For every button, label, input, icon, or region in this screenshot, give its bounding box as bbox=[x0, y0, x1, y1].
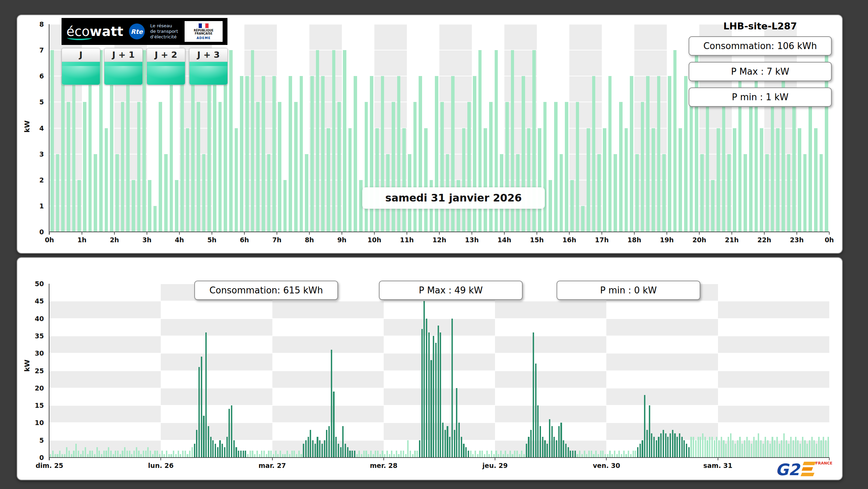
power-bar[interactable] bbox=[396, 451, 397, 458]
power-bar[interactable] bbox=[157, 451, 158, 458]
power-bar[interactable] bbox=[402, 128, 406, 232]
power-bar[interactable] bbox=[85, 447, 86, 458]
power-bar[interactable] bbox=[741, 444, 743, 458]
power-bar[interactable] bbox=[67, 102, 70, 232]
power-bar[interactable] bbox=[233, 440, 235, 458]
power-bar[interactable] bbox=[462, 128, 466, 232]
power-bar[interactable] bbox=[698, 437, 699, 458]
power-bar[interactable] bbox=[332, 50, 336, 232]
power-bar[interactable] bbox=[553, 437, 555, 458]
power-bar[interactable] bbox=[653, 437, 655, 458]
power-bar[interactable] bbox=[333, 392, 334, 458]
power-bar[interactable] bbox=[315, 444, 316, 458]
power-bar[interactable] bbox=[667, 437, 669, 458]
power-bar[interactable] bbox=[760, 128, 763, 232]
power-bar[interactable] bbox=[663, 430, 664, 458]
power-bar[interactable] bbox=[414, 451, 416, 458]
power-bar[interactable] bbox=[283, 180, 287, 232]
power-bar[interactable] bbox=[795, 437, 796, 458]
power-bar[interactable] bbox=[681, 437, 683, 458]
power-bar[interactable] bbox=[413, 102, 417, 232]
power-bar[interactable] bbox=[684, 76, 688, 232]
power-bar[interactable] bbox=[530, 430, 532, 458]
power-bar[interactable] bbox=[707, 440, 708, 458]
power-bar[interactable] bbox=[231, 405, 232, 458]
power-bar[interactable] bbox=[400, 451, 402, 458]
power-bar[interactable] bbox=[690, 437, 692, 458]
power-bar[interactable] bbox=[781, 440, 782, 458]
power-bar[interactable] bbox=[537, 405, 539, 458]
power-bar[interactable] bbox=[327, 128, 330, 232]
power-bar[interactable] bbox=[763, 444, 764, 458]
power-bar[interactable] bbox=[668, 76, 671, 232]
power-bar[interactable] bbox=[321, 444, 323, 458]
power-bar[interactable] bbox=[584, 451, 585, 458]
power-bar[interactable] bbox=[354, 451, 355, 458]
power-bar[interactable] bbox=[256, 102, 260, 232]
power-bar[interactable] bbox=[563, 440, 564, 458]
power-bar[interactable] bbox=[238, 451, 239, 458]
power-bar[interactable] bbox=[619, 102, 623, 232]
power-bar[interactable] bbox=[345, 444, 346, 458]
power-bar[interactable] bbox=[201, 357, 202, 458]
power-bar[interactable] bbox=[310, 430, 311, 458]
power-bar[interactable] bbox=[652, 128, 655, 232]
power-bar[interactable] bbox=[825, 440, 827, 458]
power-bar[interactable] bbox=[428, 332, 430, 458]
power-bar[interactable] bbox=[215, 444, 216, 458]
power-bar[interactable] bbox=[597, 154, 601, 232]
power-bar[interactable] bbox=[470, 451, 472, 458]
power-bar[interactable] bbox=[438, 326, 439, 458]
power-bar[interactable] bbox=[243, 451, 244, 458]
power-bar[interactable] bbox=[136, 447, 137, 458]
power-bar[interactable] bbox=[293, 451, 295, 458]
power-bar[interactable] bbox=[783, 433, 785, 458]
power-bar[interactable] bbox=[363, 451, 365, 458]
power-bar[interactable] bbox=[635, 451, 636, 458]
power-bar[interactable] bbox=[683, 440, 685, 458]
power-bar[interactable] bbox=[407, 440, 409, 458]
power-bar[interactable] bbox=[175, 180, 178, 232]
power-bar[interactable] bbox=[208, 426, 209, 458]
power-bar[interactable] bbox=[603, 128, 606, 232]
power-bar[interactable] bbox=[806, 444, 808, 458]
forecast-tab-j3[interactable]: J + 3 bbox=[189, 48, 228, 85]
power-bar[interactable] bbox=[714, 440, 715, 458]
forecast-tab-j1[interactable]: J + 1 bbox=[104, 48, 143, 85]
power-bar[interactable] bbox=[424, 128, 428, 232]
power-bar[interactable] bbox=[644, 395, 645, 458]
power-bar[interactable] bbox=[182, 451, 184, 458]
power-bar[interactable] bbox=[814, 128, 818, 232]
power-bar[interactable] bbox=[765, 437, 766, 458]
power-bar[interactable] bbox=[426, 319, 427, 458]
power-bar[interactable] bbox=[126, 76, 130, 232]
power-bar[interactable] bbox=[440, 332, 441, 458]
power-bar[interactable] bbox=[338, 444, 339, 458]
power-bar[interactable] bbox=[275, 451, 277, 458]
power-bar[interactable] bbox=[769, 444, 771, 458]
power-bar[interactable] bbox=[324, 440, 325, 458]
power-bar[interactable] bbox=[210, 437, 212, 458]
power-bar[interactable] bbox=[758, 433, 759, 458]
power-bar[interactable] bbox=[164, 154, 168, 232]
power-bar[interactable] bbox=[122, 451, 123, 458]
power-bar[interactable] bbox=[693, 437, 694, 458]
power-bar[interactable] bbox=[115, 154, 119, 232]
power-bar[interactable] bbox=[189, 451, 190, 458]
power-bar[interactable] bbox=[665, 433, 666, 458]
power-bar[interactable] bbox=[779, 444, 780, 458]
power-bar[interactable] bbox=[161, 451, 163, 458]
power-bar[interactable] bbox=[753, 437, 755, 458]
power-bar[interactable] bbox=[623, 451, 625, 458]
power-bar[interactable] bbox=[103, 451, 105, 458]
power-bar[interactable] bbox=[129, 451, 130, 458]
power-bar[interactable] bbox=[137, 102, 141, 232]
power-bar[interactable] bbox=[776, 437, 778, 458]
power-bar[interactable] bbox=[454, 430, 455, 458]
power-bar[interactable] bbox=[83, 102, 86, 232]
power-bar[interactable] bbox=[751, 444, 752, 458]
power-bar[interactable] bbox=[291, 451, 293, 458]
power-bar[interactable] bbox=[217, 447, 218, 458]
power-bar[interactable] bbox=[746, 437, 748, 458]
power-bar[interactable] bbox=[505, 451, 506, 458]
